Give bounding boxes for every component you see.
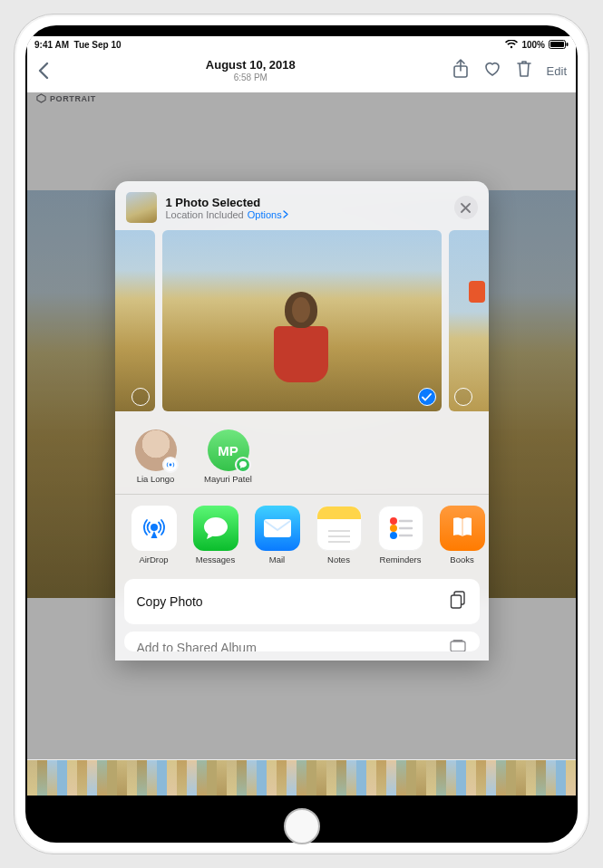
preview-thumbnail-next[interactable] [449, 230, 489, 411]
ipad-device-frame: 9:41 AM Tue Sep 10 100% [14, 14, 589, 854]
selection-indicator-checked[interactable] [418, 388, 436, 406]
app-mail[interactable]: Mail [249, 506, 306, 564]
books-icon [440, 506, 485, 551]
filmstrip-thumb[interactable] [476, 760, 486, 796]
trash-icon[interactable] [516, 60, 532, 82]
home-button[interactable] [284, 808, 320, 844]
svg-rect-1 [550, 42, 564, 47]
filmstrip-thumb[interactable] [446, 760, 456, 796]
filmstrip-thumb[interactable] [197, 760, 207, 796]
svg-rect-18 [451, 595, 461, 608]
filmstrip-thumb[interactable] [267, 760, 277, 796]
filmstrip-thumb[interactable] [237, 760, 247, 796]
filmstrip-thumb[interactable] [97, 760, 107, 796]
close-button[interactable] [454, 196, 478, 219]
avatar: MP [208, 429, 249, 471]
filmstrip-thumb[interactable] [516, 760, 526, 796]
contact-name: Lia Longo [130, 475, 182, 485]
favorite-icon[interactable] [483, 61, 501, 81]
svg-rect-2 [567, 43, 569, 46]
filmstrip-thumb[interactable] [326, 760, 336, 796]
filmstrip-thumb[interactable] [187, 760, 197, 796]
filmstrip-thumb[interactable] [147, 760, 157, 796]
filmstrip-thumb[interactable] [406, 760, 416, 796]
filmstrip-thumb[interactable] [416, 760, 426, 796]
app-airdrop[interactable]: AirDrop [126, 506, 182, 564]
preview-thumbnail-prev[interactable] [115, 230, 155, 411]
contact-lia-longo[interactable]: Lia Longo [130, 429, 182, 485]
filmstrip-thumb[interactable] [87, 760, 97, 796]
filmstrip-thumb[interactable] [37, 760, 47, 796]
nav-title-date: August 10, 2018 [206, 59, 296, 72]
filmstrip-thumb[interactable] [336, 760, 346, 796]
preview-thumbnail-selected[interactable] [162, 230, 442, 411]
filmstrip-thumb[interactable] [536, 760, 546, 796]
filmstrip-thumb[interactable] [257, 760, 267, 796]
filmstrip-thumb[interactable] [426, 760, 436, 796]
app-reminders[interactable]: Reminders [373, 506, 429, 564]
filmstrip-thumb[interactable] [157, 760, 167, 796]
svg-rect-20 [452, 640, 462, 641]
filmstrip-thumb[interactable] [247, 760, 257, 796]
filmstrip-thumb[interactable] [496, 760, 506, 796]
contact-name: Mayuri Patel [202, 475, 255, 485]
photo-preview-row[interactable] [115, 230, 489, 420]
filmstrip-thumb[interactable] [556, 760, 566, 796]
app-label: AirDrop [126, 555, 182, 564]
edit-button[interactable]: Edit [547, 64, 567, 78]
filmstrip-thumb[interactable] [137, 760, 147, 796]
share-apps-row[interactable]: AirDrop Messages Mail [115, 495, 489, 572]
filmstrip-thumb[interactable] [346, 760, 356, 796]
filmstrip-thumb[interactable] [107, 760, 117, 796]
filmstrip-thumb[interactable] [277, 760, 287, 796]
share-actions-group: Copy Photo [124, 579, 480, 624]
status-date: Tue Sep 10 [74, 40, 122, 50]
thumbnail-filmstrip[interactable] [27, 759, 576, 796]
filmstrip-thumb[interactable] [486, 760, 496, 796]
share-options-button[interactable]: Options [248, 209, 288, 220]
status-right: 100% [505, 40, 569, 50]
share-icon[interactable] [452, 59, 469, 82]
filmstrip-thumb[interactable] [67, 760, 77, 796]
filmstrip-thumb[interactable] [227, 760, 237, 796]
filmstrip-thumb[interactable] [456, 760, 466, 796]
filmstrip-thumb[interactable] [57, 760, 67, 796]
selection-indicator-empty[interactable] [454, 388, 472, 406]
filmstrip-thumb[interactable] [287, 760, 297, 796]
filmstrip-thumb[interactable] [127, 760, 137, 796]
back-button[interactable] [36, 62, 49, 80]
filmstrip-thumb[interactable] [117, 760, 127, 796]
filmstrip-thumb[interactable] [316, 760, 326, 796]
app-notes[interactable]: Notes [311, 506, 367, 564]
filmstrip-thumb[interactable] [526, 760, 536, 796]
copy-icon [449, 590, 467, 613]
filmstrip-thumb[interactable] [366, 760, 376, 796]
filmstrip-thumb[interactable] [386, 760, 396, 796]
action-copy-photo[interactable]: Copy Photo [124, 579, 480, 624]
filmstrip-thumb[interactable] [546, 760, 556, 796]
contact-mayuri-patel[interactable]: MP Mayuri Patel [202, 429, 255, 485]
filmstrip-thumb[interactable] [356, 760, 366, 796]
filmstrip-thumb[interactable] [47, 760, 57, 796]
filmstrip-thumb[interactable] [376, 760, 386, 796]
filmstrip-thumb[interactable] [217, 760, 227, 796]
filmstrip-thumb[interactable] [297, 760, 306, 796]
filmstrip-thumb[interactable] [396, 760, 406, 796]
svg-point-5 [151, 524, 158, 531]
filmstrip-thumb[interactable] [207, 760, 217, 796]
filmstrip-thumb[interactable] [167, 760, 177, 796]
app-messages[interactable]: Messages [188, 506, 244, 564]
filmstrip-thumb[interactable] [506, 760, 516, 796]
filmstrip-thumb[interactable] [77, 760, 87, 796]
filmstrip-thumb[interactable] [566, 760, 576, 796]
share-sheet-subtitle: Location Included [166, 209, 244, 220]
filmstrip-thumb[interactable] [436, 760, 446, 796]
app-books[interactable]: Books [434, 506, 489, 564]
filmstrip-thumb[interactable] [177, 760, 187, 796]
filmstrip-thumb[interactable] [306, 760, 316, 796]
action-add-to-shared-album[interactable]: Add to Shared Album [124, 632, 480, 651]
nav-bar: August 10, 2018 6:58 PM Edit [27, 53, 576, 89]
selection-indicator-empty[interactable] [131, 388, 150, 406]
filmstrip-thumb[interactable] [27, 760, 37, 796]
filmstrip-thumb[interactable] [466, 760, 476, 796]
